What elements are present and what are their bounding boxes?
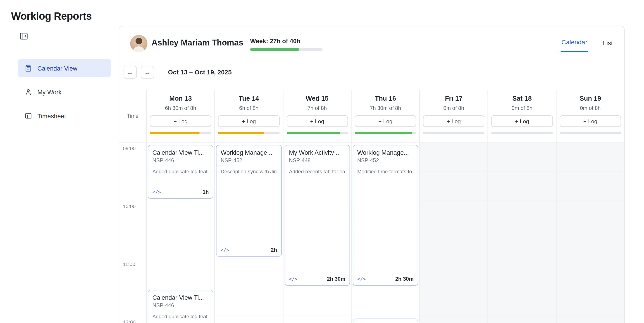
log-button[interactable]: + Log bbox=[492, 115, 553, 127]
log-button[interactable]: + Log bbox=[355, 115, 416, 127]
code-icon: </> bbox=[221, 247, 229, 253]
event-ticket: NSP-446 bbox=[152, 157, 209, 163]
calendar-grid-body: 09:00 10:00 11:00 12:00 Calendar View Ti… bbox=[119, 142, 624, 323]
day-progress-bar bbox=[286, 132, 348, 134]
time-label: 10:00 bbox=[123, 204, 136, 209]
day-progress-bar bbox=[355, 132, 416, 134]
page-title: Worklog Reports bbox=[11, 10, 92, 22]
tab-list[interactable]: List bbox=[602, 39, 614, 52]
time-label: 11:00 bbox=[123, 262, 135, 267]
day-progress-bar bbox=[150, 132, 211, 134]
day-progress-bar bbox=[560, 132, 621, 134]
calendar-icon bbox=[24, 64, 32, 72]
log-button[interactable]: + Log bbox=[560, 115, 621, 127]
view-tabs: Calendar List bbox=[560, 39, 614, 52]
day-column-fri[interactable] bbox=[419, 142, 488, 323]
sidebar-item-label: Timesheet bbox=[37, 112, 66, 119]
event-card[interactable]: My Work Activity ... NSP-448 Added recen… bbox=[284, 145, 350, 286]
sidebar-item-label: Calendar View bbox=[37, 65, 78, 72]
event-description: Added recents tab for ea... bbox=[289, 169, 345, 174]
day-hours: 6h of 8h bbox=[215, 105, 283, 111]
day-progress-fill bbox=[150, 132, 200, 134]
week-progress-bar bbox=[250, 48, 322, 51]
event-ticket: NSP-446 bbox=[152, 302, 209, 308]
user-name: Ashley Mariam Thomas bbox=[152, 38, 244, 48]
day-hours: 7h of 8h bbox=[283, 105, 351, 111]
event-ticket: NSP-448 bbox=[289, 157, 345, 163]
user-icon bbox=[24, 88, 32, 96]
day-header-tue: Tue 14 6h of 8h + Log bbox=[214, 90, 283, 142]
event-footer: </> 2h 30m bbox=[357, 276, 414, 282]
day-header-wed: Wed 15 7h of 8h + Log bbox=[283, 90, 351, 142]
day-column-mon[interactable]: Calendar View Ti... NSP-446 Added duplic… bbox=[146, 142, 214, 323]
day-name: Tue 14 bbox=[215, 95, 283, 102]
log-button[interactable]: + Log bbox=[423, 115, 484, 127]
card-header: Ashley Mariam Thomas Week: 27h of 40h Ca… bbox=[119, 26, 624, 61]
sidebar-item-my-work[interactable]: My Work bbox=[18, 83, 111, 101]
event-description: Added duplicate log feat... bbox=[152, 314, 209, 320]
day-column-wed[interactable]: My Work Activity ... NSP-448 Added recen… bbox=[283, 142, 351, 323]
code-icon: </> bbox=[152, 189, 161, 195]
avatar bbox=[130, 35, 147, 52]
day-progress-fill bbox=[218, 132, 264, 134]
day-header-sun: Sun 19 0m of 8h + Log bbox=[556, 90, 624, 142]
worklog-reports-page: Worklog Reports Calendar View My Work bbox=[0, 0, 644, 323]
sidebar-item-calendar-view[interactable]: Calendar View bbox=[18, 59, 111, 77]
day-progress-bar bbox=[423, 132, 484, 134]
week-progress-fill bbox=[250, 48, 299, 51]
day-header-sat: Sat 18 0m of 8h + Log bbox=[488, 90, 556, 142]
week-progress-block: Week: 27h of 40h bbox=[250, 37, 322, 51]
code-icon: </> bbox=[357, 276, 366, 282]
sidebar-item-timesheet[interactable]: Timesheet bbox=[18, 107, 111, 125]
day-column-sat[interactable] bbox=[488, 142, 556, 323]
day-progress-fill bbox=[355, 132, 412, 134]
sidebar-collapse-button[interactable] bbox=[18, 31, 29, 43]
day-column-thu[interactable]: Worklog Manage... NSP-452 Modified time … bbox=[351, 142, 420, 323]
event-title: My Work Activity ... bbox=[289, 149, 345, 156]
event-footer: </> 2h 30m bbox=[289, 276, 345, 282]
day-header-fri: Fri 17 0m of 8h + Log bbox=[419, 90, 488, 142]
day-column-sun[interactable] bbox=[556, 142, 624, 323]
log-button[interactable]: + Log bbox=[218, 115, 280, 127]
event-card[interactable]: Worklog Manage... NSP-452 Modified time … bbox=[353, 145, 418, 286]
event-footer: </> 2h bbox=[221, 247, 277, 253]
day-name: Wed 15 bbox=[283, 95, 351, 102]
previous-week-button[interactable]: ← bbox=[124, 66, 137, 79]
sidebar: Calendar View My Work Timesheet bbox=[18, 31, 111, 125]
time-label: 09:00 bbox=[123, 146, 136, 151]
event-card[interactable]: Calendar View Ti... NSP-446 Added duplic… bbox=[148, 145, 213, 199]
event-ticket: NSP-452 bbox=[221, 157, 277, 163]
day-header-mon: Mon 13 6h 30m of 8h + Log bbox=[146, 90, 214, 142]
day-hours: 6h 30m of 8h bbox=[147, 105, 214, 111]
day-progress-bar bbox=[218, 132, 280, 134]
day-progress-fill bbox=[286, 132, 340, 134]
date-range-label: Oct 13 – Oct 19, 2025 bbox=[168, 68, 232, 76]
event-card[interactable]: Calendar View Ti... NSP-446 Added duplic… bbox=[148, 290, 213, 323]
sidebar-nav: Calendar View My Work Timesheet bbox=[18, 59, 111, 125]
next-week-button[interactable]: → bbox=[141, 66, 154, 79]
panel-collapse-icon bbox=[19, 32, 28, 42]
event-footer: </> 1h bbox=[152, 189, 209, 195]
event-title: Calendar View Ti... bbox=[152, 149, 209, 156]
event-card[interactable]: Worklog Manage... NSP-452 Description sy… bbox=[216, 145, 282, 257]
day-name: Mon 13 bbox=[147, 95, 214, 102]
event-title: Worklog Manage... bbox=[357, 149, 414, 156]
event-description: Added duplicate log feat... bbox=[152, 169, 209, 174]
day-progress-bar bbox=[492, 132, 553, 134]
day-column-tue[interactable]: Worklog Manage... NSP-452 Description sy… bbox=[214, 142, 283, 323]
week-progress-label: Week: 27h of 40h bbox=[250, 37, 322, 44]
event-card[interactable] bbox=[353, 319, 418, 323]
day-name: Sun 19 bbox=[556, 95, 624, 102]
arrow-right-icon: → bbox=[144, 69, 151, 75]
log-button[interactable]: + Log bbox=[150, 115, 211, 127]
time-label: 12:00 bbox=[123, 320, 136, 323]
tab-calendar[interactable]: Calendar bbox=[560, 39, 588, 52]
table-icon bbox=[24, 112, 32, 120]
day-name: Thu 16 bbox=[352, 95, 419, 102]
event-description: Description sync with Jira bbox=[221, 169, 277, 174]
day-hours: 0m of 8h bbox=[556, 105, 624, 111]
code-icon: </> bbox=[289, 276, 298, 282]
log-button[interactable]: + Log bbox=[286, 115, 348, 127]
event-title: Worklog Manage... bbox=[221, 149, 277, 156]
event-duration: 2h bbox=[271, 247, 277, 253]
